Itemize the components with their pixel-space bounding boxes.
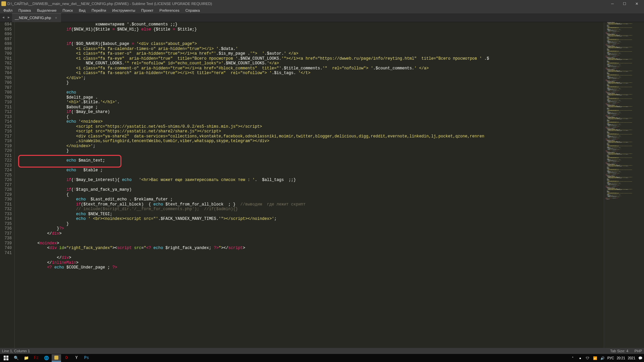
menu-find[interactable]: Поиск	[60, 8, 75, 13]
svg-rect-3	[6, 358, 8, 360]
menu-selection[interactable]: Выделение	[34, 8, 59, 13]
tab-bar: ◄ ► __NEW_CONFIG.php ×	[0, 13, 644, 22]
status-bar: Line 1, Column 1 Tab Size: 4 PHP	[0, 348, 644, 354]
menu-prefs[interactable]: Preferences	[157, 8, 182, 13]
svg-rect-0	[4, 356, 6, 358]
tray-notif-icon[interactable]: 💬	[638, 356, 643, 360]
tab-label: __NEW_CONFIG.php	[15, 16, 51, 20]
menu-tools[interactable]: Инструменты	[110, 8, 138, 13]
tray-lang[interactable]: РУС	[607, 356, 614, 360]
start-button[interactable]	[1, 354, 11, 362]
menu-project[interactable]: Проект	[139, 8, 156, 13]
tray-date[interactable]: 2021	[628, 356, 635, 360]
tray-chevron-icon[interactable]: ˄	[571, 356, 575, 360]
close-button[interactable]: ✕	[631, 0, 643, 7]
file-explorer-icon[interactable]: 📁	[21, 354, 31, 362]
tray-app-icon[interactable]: ●	[578, 356, 583, 360]
nav-next-icon[interactable]: ►	[6, 15, 11, 20]
menu-bar: Файл Правка Выделение Поиск Вид Перейти …	[0, 7, 644, 13]
sublime-icon[interactable]	[52, 354, 61, 362]
maximize-button[interactable]: ☐	[619, 0, 631, 7]
tray-network-icon[interactable]: 📶	[593, 356, 597, 360]
yandex-icon[interactable]: Y	[72, 354, 81, 362]
menu-help[interactable]: Справка	[183, 8, 203, 13]
chrome-icon[interactable]: 🌐	[42, 354, 51, 362]
tray-defender-icon[interactable]: 🛡	[585, 356, 590, 360]
minimize-button[interactable]: ─	[606, 0, 619, 7]
minimap[interactable]: комментариев '.$count_comments ;;} if($N…	[604, 22, 644, 348]
app-icon	[1, 1, 6, 6]
opera-icon[interactable]: O	[62, 354, 71, 362]
status-tabsize[interactable]: Tab Size: 4	[610, 349, 628, 353]
editor[interactable]: 6946956966976986997007017027037047057067…	[0, 22, 644, 348]
gutter: 6946956966976986997007017027037047057067…	[0, 22, 15, 348]
title-bar: D:\_САЙТЫ\__DWWEB\__main_new_dw\__NEW_CO…	[0, 0, 644, 7]
window-title: D:\_САЙТЫ\__DWWEB\__main_new_dw\__NEW_CO…	[7, 2, 212, 6]
tab-close-icon[interactable]: ×	[54, 16, 58, 20]
taskbar: 🔍 📁 Fz 🌐 O Y Ps ˄ ● 🛡 📶 🔊 РУС 20:21 2021…	[0, 354, 644, 362]
code-area[interactable]: комментариев '.$count_comments ;;} if($N…	[15, 22, 604, 348]
menu-goto[interactable]: Перейти	[89, 8, 109, 13]
filezilla-icon[interactable]: Fz	[32, 354, 41, 362]
svg-rect-2	[4, 358, 6, 360]
tray-volume-icon[interactable]: 🔊	[600, 356, 605, 360]
menu-view[interactable]: Вид	[76, 8, 88, 13]
nav-prev-icon[interactable]: ◄	[1, 15, 6, 20]
search-icon[interactable]: 🔍	[11, 354, 21, 362]
svg-rect-1	[6, 356, 8, 358]
status-cursor: Line 1, Column 1	[2, 349, 30, 353]
status-lang[interactable]: PHP	[634, 349, 642, 353]
tab-new-config[interactable]: __NEW_CONFIG.php ×	[12, 13, 61, 22]
photoshop-icon[interactable]: Ps	[82, 354, 91, 362]
menu-file[interactable]: Файл	[1, 8, 15, 13]
menu-edit[interactable]: Правка	[16, 8, 34, 13]
tray-time[interactable]: 20:21	[617, 356, 625, 360]
